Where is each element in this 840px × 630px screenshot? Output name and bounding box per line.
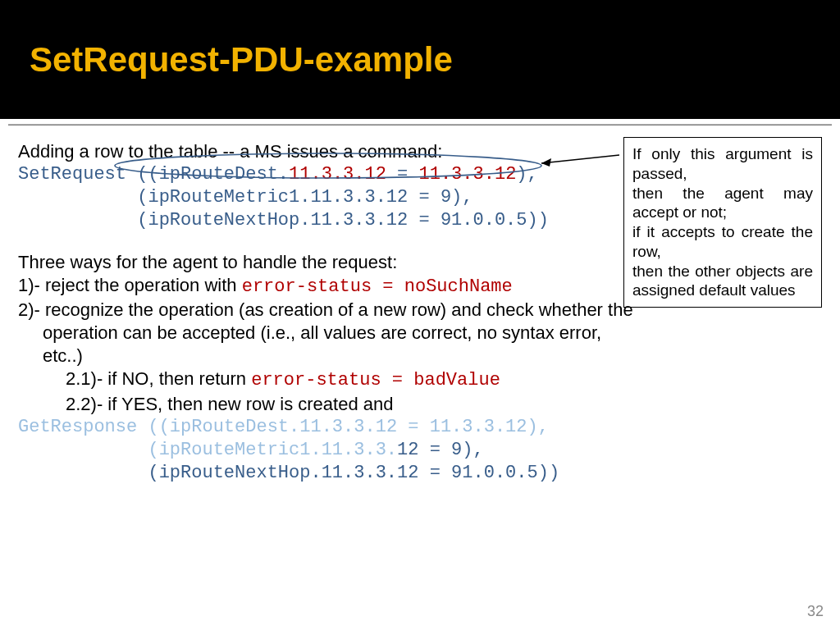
iproutedest-index: 11.3.3.12	[289, 164, 397, 185]
paren-close: ),	[516, 164, 537, 185]
equals: =	[397, 164, 418, 185]
option-2-1: 2.1)- if NO, then return error-status = …	[18, 368, 820, 392]
iproutedest-oid: ipRouteDest.	[159, 164, 289, 185]
setrequest-keyword: SetRequest	[18, 164, 137, 185]
callout-text: If only this argument is passed, then th…	[632, 145, 813, 299]
slide-title: SetRequest-PDU-example	[30, 40, 453, 80]
option-2-1-text: 2.1)- if NO, then return	[66, 368, 251, 389]
callout-box: If only this argument is passed, then th…	[623, 137, 822, 308]
getresponse-arg2b: 12 = 9),	[397, 440, 484, 460]
slide-body: If only this argument is passed, then th…	[0, 126, 840, 485]
getresponse-arg2a: (ipRouteMetric1.11.3.3.	[18, 440, 397, 460]
getresponse-line2: (ipRouteMetric1.11.3.3.12 = 9),	[18, 439, 820, 462]
getresponse-line1: GetResponse ((ipRouteDest.11.3.3.12 = 11…	[18, 416, 820, 439]
error-badvalue: error-status = badValue	[251, 370, 500, 390]
option-2-2: 2.2)- if YES, then new row is created an…	[18, 393, 820, 416]
getresponse-keyword: GetResponse	[18, 417, 148, 437]
option-2: 2)- recognize the operation (as creation…	[18, 299, 633, 368]
getresponse-arg1: ((ipRouteDest.11.3.3.12 = 11.3.3.12),	[148, 417, 548, 437]
error-nosuchname: error-status = noSuchName	[242, 276, 513, 297]
paren-open: ((	[137, 164, 158, 185]
title-bar: SetRequest-PDU-example	[0, 0, 840, 119]
option-1-text: 1)- reject the operation with	[18, 275, 242, 295]
iproutedest-value: 11.3.3.12	[419, 164, 517, 185]
getresponse-line3: (ipRouteNextHop.11.3.3.12 = 91.0.0.5))	[18, 462, 820, 485]
page-number: 32	[807, 603, 824, 620]
